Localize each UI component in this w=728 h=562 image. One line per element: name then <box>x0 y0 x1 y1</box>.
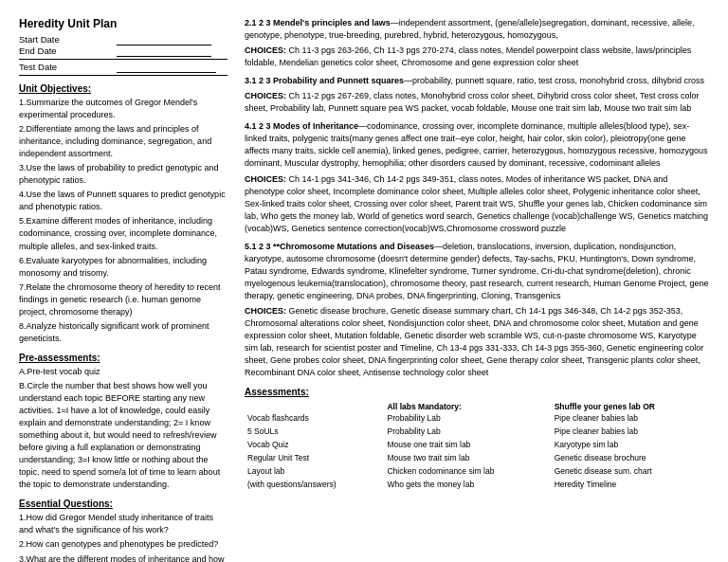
pre-assessments-text: A.Pre-test vocab quiz B.Circle the numbe… <box>19 366 228 491</box>
section-4-choices: CHOICES: Ch 14-1 pgs 341-346, Ch 14-2 pg… <box>245 173 709 235</box>
section-4-text: 4.1 2 3 Modes of Inheritance—codominance… <box>245 120 709 170</box>
section-3-text: 3.1 2 3 Probability and Punnett squares—… <box>245 75 709 87</box>
section-2-choices-label: CHOICES: <box>245 45 286 55</box>
test-date-line: Test Date <box>19 62 228 76</box>
essential-questions-title: Essential Questions: <box>19 499 228 509</box>
eq-1: 1.How did Gregor Mendel study inheritanc… <box>19 512 228 536</box>
cell-5-3: Genetic disease sum. chart <box>552 465 709 479</box>
assessments-header-row: All labs Mandatory: Shuffle your genes l… <box>245 401 709 412</box>
cell-3-2: Mouse one trait sim lab <box>384 439 551 452</box>
unit-objectives-title: Unit Objectives: <box>19 83 228 94</box>
table-row: Regular Unit Test Mouse two trait sim la… <box>245 452 709 465</box>
cell-1-3: Pipe cleaner babies lab <box>552 412 709 426</box>
start-date-label: Start Date <box>19 34 114 45</box>
start-date-line: Start Date End Date <box>19 34 228 60</box>
obj-5: 5.Examine different modes of inheritance… <box>19 215 228 252</box>
section-3-choices: CHOICES: Ch 11-2 pgs 267-269, class note… <box>245 90 709 115</box>
table-row: Vocab flashcards Probability Lab Pipe cl… <box>245 412 709 426</box>
col-header-2: All labs Mandatory: <box>384 401 551 412</box>
pre-a: A.Pre-test vocab quiz <box>19 366 228 378</box>
section-5-num: 5.1 2 3 **Chromosome Mutations and Disea… <box>245 242 434 251</box>
cell-3-1: Vocab Quiz <box>245 439 384 452</box>
obj-6: 6.Evaluate karyotypes for abnormalities,… <box>19 255 228 280</box>
cell-4-2: Mouse two trait sim lab <box>384 452 551 465</box>
assessments-title: Assessments: <box>245 387 709 397</box>
cell-6-2: Who gets the money lab <box>384 479 551 492</box>
table-row: Vocab Quiz Mouse one trait sim lab Karyo… <box>245 439 709 452</box>
test-date-label: Test Date <box>19 62 114 72</box>
section-3-num: 3.1 2 3 Probability and Punnett squares <box>245 76 404 85</box>
section-5-choices-label: CHOICES: <box>245 306 286 316</box>
obj-3: 3.Use the laws of probability to predict… <box>19 162 228 187</box>
obj-4: 4.Use the laws of Punnett squares to pre… <box>19 189 228 213</box>
pre-b: B.Circle the number that best shows how … <box>19 380 228 491</box>
section-4-block: 4.1 2 3 Modes of Inheritance—codominance… <box>245 120 709 234</box>
page-container: Heredity Unit Plan Start Date End Date T… <box>19 17 709 562</box>
cell-6-1: (with questions/answers) <box>245 479 384 492</box>
cell-4-1: Regular Unit Test <box>245 452 384 465</box>
assessments-block: Assessments: All labs Mandatory: Shuffle… <box>245 387 709 491</box>
section-2-choices: CHOICES: Ch 11-3 pgs 263-266, Ch 11-3 pg… <box>245 45 709 69</box>
table-row: (with questions/answers) Who gets the mo… <box>245 479 709 492</box>
assessments-table: All labs Mandatory: Shuffle your genes l… <box>245 401 709 491</box>
start-date-field <box>117 34 211 45</box>
section-2-block: 2.1 2 3 Mendel's principles and laws—ind… <box>245 17 709 69</box>
cell-6-3: Heredity Timeline <box>552 479 709 492</box>
obj-8: 8.Analyze historically significant work … <box>19 320 228 345</box>
obj-7: 7.Relate the chromosome theory of heredi… <box>19 281 228 318</box>
eq-2: 2.How can genotypes and phenotypes be pr… <box>19 538 228 551</box>
section-3-choices-label: CHOICES: <box>245 91 286 100</box>
assessments-tbody: Vocab flashcards Probability Lab Pipe cl… <box>245 412 709 491</box>
cell-5-1: Layout lab <box>245 465 384 479</box>
plan-title: Heredity Unit Plan <box>19 17 228 30</box>
col-header-1 <box>245 401 384 412</box>
section-4-num: 4.1 2 3 Modes of Inheritance <box>245 121 358 131</box>
col-header-3: Shuffle your genes lab OR <box>552 401 709 412</box>
section-5-choices: CHOICES: Genetic disease brochure, Genet… <box>245 305 709 379</box>
section-2-num: 2.1 2 3 Mendel's principles and laws <box>245 18 391 27</box>
section-2-text: 2.1 2 3 Mendel's principles and laws—ind… <box>245 17 709 42</box>
end-date-label: End Date <box>19 45 114 56</box>
cell-3-3: Karyotype sim lab <box>552 439 709 452</box>
left-column: Heredity Unit Plan Start Date End Date T… <box>19 17 228 562</box>
section-3-block: 3.1 2 3 Probability and Punnett squares—… <box>245 75 709 115</box>
table-row: 5 SoULs Probability Lab Pipe cleaner bab… <box>245 426 709 439</box>
section-4-choices-label: CHOICES: <box>245 174 286 184</box>
cell-2-3: Pipe cleaner babies lab <box>552 426 709 439</box>
cell-2-2: Probability Lab <box>384 426 551 439</box>
obj-2: 2.Differentiate among the laws and princ… <box>19 123 228 160</box>
eq-3: 3.What are the different modes of inheri… <box>19 553 228 563</box>
essential-questions-text: 1.How did Gregor Mendel study inheritanc… <box>19 512 228 562</box>
right-column: 2.1 2 3 Mendel's principles and laws—ind… <box>245 17 709 562</box>
pre-assessments-title: Pre-assessments: <box>19 353 228 363</box>
end-date-field <box>117 45 211 57</box>
cell-1-2: Probability Lab <box>384 412 551 426</box>
cell-5-2: Chicken codominance sim lab <box>384 465 551 479</box>
test-date-field <box>117 62 217 73</box>
cell-4-3: Genetic disease brochure <box>552 452 709 465</box>
table-row: Layout lab Chicken codominance sim lab G… <box>245 465 709 479</box>
obj-1: 1.Summarize the outcomes of Gregor Mende… <box>19 97 228 121</box>
cell-2-1: 5 SoULs <box>245 426 384 439</box>
section-5-text: 5.1 2 3 **Chromosome Mutations and Disea… <box>245 241 709 302</box>
cell-1-1: Vocab flashcards <box>245 412 384 426</box>
section-5-block: 5.1 2 3 **Chromosome Mutations and Disea… <box>245 241 709 380</box>
unit-objectives-text: 1.Summarize the outcomes of Gregor Mende… <box>19 97 228 345</box>
